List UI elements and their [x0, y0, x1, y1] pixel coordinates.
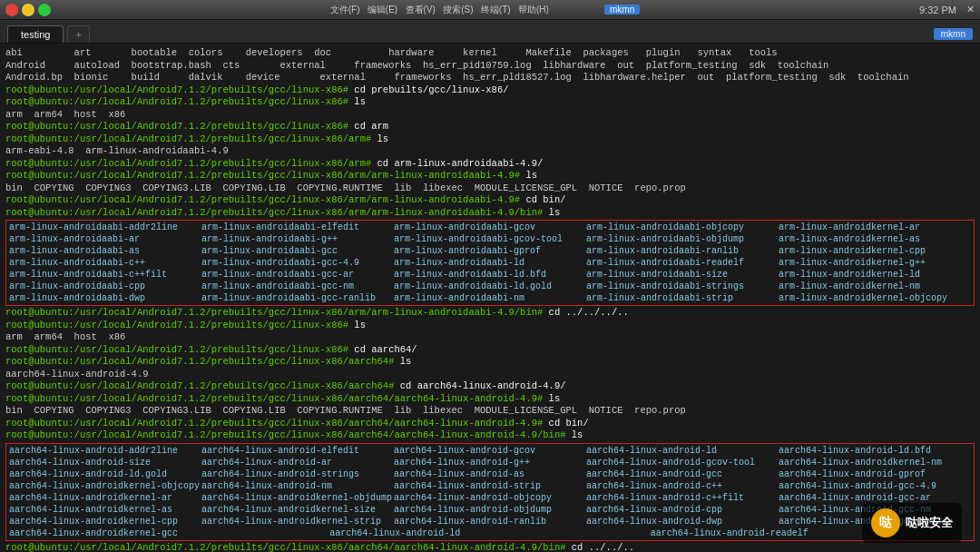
clock: 9:32 PM	[919, 5, 956, 15]
terminal-line: root@ubuntu:/usr/local/Android7.1.2/preb…	[5, 418, 975, 430]
terminal-line: root@ubuntu:/usr/local/Android7.1.2/preb…	[5, 121, 975, 133]
window-controls	[5, 4, 51, 16]
file-listing-box: aarch64-linux-android-addr2lineaarch64-l…	[5, 443, 975, 541]
terminal-line: root@ubuntu:/usr/local/Android7.1.2/preb…	[5, 158, 975, 171]
terminal-line: root@ubuntu:/usr/local/Android7.1.2/preb…	[5, 84, 975, 97]
watermark: 哒 哒啦安全	[862, 503, 962, 543]
file-listing-box: arm-linux-androidaabi-addr2linearm-linux…	[5, 220, 975, 306]
title-bar: 文件(F) 编辑(E) 查看(V) 搜索(S) 终端(T) 帮助(H) mkmn…	[0, 0, 980, 20]
terminal-line: arm arm64 host x86	[5, 109, 975, 122]
maximize-button[interactable]	[38, 4, 51, 16]
new-tab-button[interactable]: +	[67, 25, 89, 43]
window-title: 文件(F) 编辑(E) 查看(V) 搜索(S) 终端(T) 帮助(H) mkmn	[51, 4, 919, 16]
mkmn-badge-tab: mkmn	[934, 28, 973, 40]
terminal-line: Android.bp bionic build dalvik device ex…	[5, 72, 975, 84]
terminal-line: bin COPYING COPYING3 COPYING3.LIB COPYIN…	[5, 405, 975, 418]
terminal-line: root@ubuntu:/usr/local/Android7.1.2/preb…	[5, 133, 975, 146]
terminal-line: root@ubuntu:/usr/local/Android7.1.2/preb…	[5, 307, 975, 320]
watermark-logo: 哒	[871, 508, 900, 537]
window-close-x[interactable]: ✕	[966, 4, 975, 15]
terminal-content: abi art bootable colors developers doc h…	[0, 44, 980, 552]
terminal-tab[interactable]: testing	[7, 25, 64, 43]
terminal-line: bin COPYING COPYING3 COPYING3.LIB COPYIN…	[5, 182, 975, 195]
terminal-line: root@ubuntu:/usr/local/Android7.1.2/preb…	[5, 194, 975, 207]
terminal-line: root@ubuntu:/usr/local/Android7.1.2/preb…	[5, 429, 975, 442]
terminal-line: root@ubuntu:/usr/local/Android7.1.2/preb…	[5, 542, 975, 553]
minimize-button[interactable]	[22, 4, 34, 16]
terminal-line: arm arm64 host x86	[5, 331, 975, 344]
terminal-line: abi art bootable colors developers doc h…	[5, 47, 975, 60]
terminal-line: root@ubuntu:/usr/local/Android7.1.2/preb…	[5, 344, 975, 357]
terminal-line: arm-eabi-4.8 arm-linux-androidaabi-4.9	[5, 145, 975, 158]
mkmn-label: mkmn	[934, 29, 973, 43]
watermark-text: 哒啦安全	[906, 515, 953, 531]
terminal-line: root@ubuntu:/usr/local/Android7.1.2/preb…	[5, 170, 975, 182]
terminal-line: Android autoload bootstrap.bash cts exte…	[5, 60, 975, 73]
mkmn-badge: mkmn	[604, 5, 640, 15]
terminal-line: root@ubuntu:/usr/local/Android7.1.2/preb…	[5, 393, 975, 406]
terminal-line: root@ubuntu:/usr/local/Android7.1.2/preb…	[5, 380, 975, 393]
tab-bar: testing + mkmn	[0, 20, 980, 44]
terminal-line: root@ubuntu:/usr/local/Android7.1.2/preb…	[5, 96, 975, 109]
time-display: 9:32 PM ✕	[919, 4, 975, 15]
close-button[interactable]	[5, 4, 18, 16]
terminal-line: root@ubuntu:/usr/local/Android7.1.2/preb…	[5, 207, 975, 220]
terminal-line: root@ubuntu:/usr/local/Android7.1.2/preb…	[5, 320, 975, 332]
terminal-line: root@ubuntu:/usr/local/Android7.1.2/preb…	[5, 356, 975, 369]
terminal-line: aarch64-linux-android-4.9	[5, 369, 975, 381]
